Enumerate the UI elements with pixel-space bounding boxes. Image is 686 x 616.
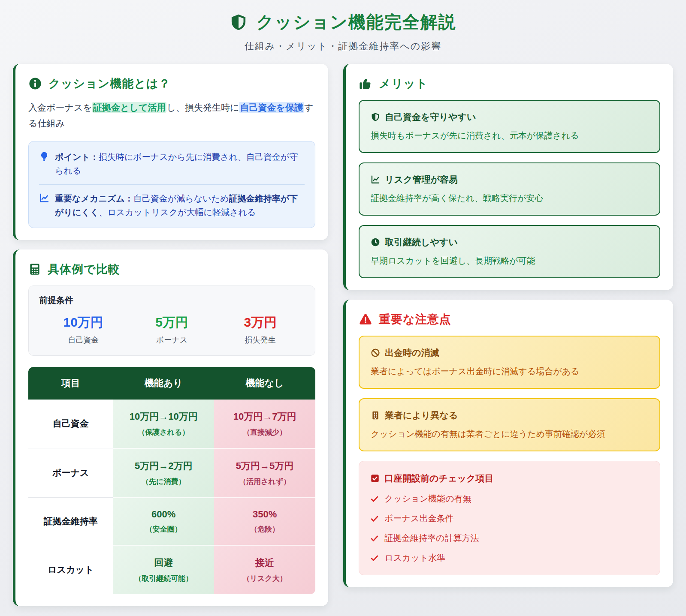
merit-description: 早期ロスカットを回避し、長期戦略が可能 <box>371 254 648 267</box>
calculator-icon <box>28 263 41 276</box>
merit-item-trade-continuity: 取引継続しやすい 早期ロスカットを回避し、長期戦略が可能 <box>359 225 660 278</box>
check-icon <box>370 495 379 503</box>
premise-value: 5万円 <box>127 314 216 331</box>
premise-label: 自己資金 <box>39 335 127 345</box>
cell-value: 10万円→10万円 <box>117 410 210 423</box>
square-check-icon <box>370 474 380 483</box>
table-header-row: 項目 機能あり 機能なし <box>28 367 315 400</box>
cell-note: （取引継続可能） <box>117 574 210 583</box>
pre-account-checklist: 口座開設前のチェック項目 クッション機能の有無 ボーナス出金条件 証拠金維持率の… <box>359 461 660 575</box>
checklist-item-label: クッション機能の有無 <box>384 493 471 505</box>
cell-value: 接近 <box>218 556 311 569</box>
caution-description: 業者によってはボーナス出金時に消滅する場合がある <box>371 365 648 378</box>
column-header-without-cushion: 機能なし <box>214 367 315 400</box>
checklist-title: 口座開設前のチェック項目 <box>384 472 493 484</box>
cell-without-cushion: 10万円→7万円 （直接減少） <box>214 400 315 448</box>
table-row: ボーナス 5万円→2万円 （先に消費） 5万円→5万円 （活用されず） <box>28 448 315 498</box>
caution-description: クッション機能の有無は業者ごとに違うため事前確認が必須 <box>371 427 648 440</box>
merit-description: 証拠金維持率が高く保たれ、戦略実行が安心 <box>371 192 648 204</box>
caution-item-withdrawal: 出金時の消滅 業者によってはボーナス出金時に消滅する場合がある <box>359 336 660 389</box>
table-row: ロスカット 回避 （取引継続可能） 接近 （リスク大） <box>28 545 315 594</box>
about-desc-highlight-green: 証拠金として活用 <box>92 102 166 113</box>
cell-note: （リスク大） <box>218 574 311 583</box>
cell-note: （直接減少） <box>218 427 311 437</box>
row-label: 証拠金維持率 <box>28 498 113 545</box>
mechanism-row: 重要なメカニズム：自己資金が減らないため証拠金維持率が下がりにくく、ロスカットリ… <box>39 192 305 219</box>
checklist-item-label: ボーナス出金条件 <box>384 513 453 524</box>
check-icon <box>370 554 379 562</box>
cell-value: 5万円→2万円 <box>117 460 210 472</box>
about-description: 入金ボーナスを証拠金として活用し、損失発生時に自己資金を保護する仕組み <box>28 100 315 132</box>
about-desc-part: 入金ボーナスを <box>28 102 92 112</box>
row-label: 自己資金 <box>28 400 113 448</box>
comparison-table: 項目 機能あり 機能なし 自己資金 10万円→10万円 （保護される） <box>28 367 315 594</box>
merit-item-risk-management: リスク管理が容易 証拠金維持率が高く保たれ、戦略実行が安心 <box>359 162 660 216</box>
merit-title: 取引継続しやすい <box>385 236 458 248</box>
checklist-item-label: ロスカット水準 <box>384 552 445 564</box>
about-card: クッション機能とは？ 入金ボーナスを証拠金として活用し、損失発生時に自己資金を保… <box>13 64 328 240</box>
column-header-with-cushion: 機能あり <box>113 367 214 400</box>
cautions-title: 重要な注意点 <box>379 312 451 327</box>
merits-title: メリット <box>379 76 428 91</box>
premise-item-own-funds: 10万円 自己資金 <box>39 314 127 345</box>
mechanism-post: 、ロスカットリスクが大幅に軽減される <box>99 207 256 217</box>
merits-card: メリット 自己資金を守りやすい 損失時もボーナスが先に消費され、元本が保護される <box>343 64 673 290</box>
thumbs-up-icon <box>359 77 372 90</box>
table-row: 自己資金 10万円→10万円 （保護される） 10万円→7万円 （直接減少） <box>28 400 315 448</box>
infographic-page: クッション機能完全解説 仕組み・メリット・証拠金維持率への影響 クッション機能と… <box>0 0 686 616</box>
checklist-item: ボーナス出金条件 <box>370 513 649 524</box>
info-circle-icon <box>28 77 42 90</box>
clock-icon <box>371 237 380 247</box>
premise-title: 前提条件 <box>39 294 305 306</box>
callout-divider <box>39 184 305 185</box>
point-text: ポイント：損失時にボーナスから先に消費され、自己資金が守られる <box>55 150 305 177</box>
premise-box: 前提条件 10万円 自己資金 5万円 ボーナス 3万円 損失発生 <box>28 285 315 356</box>
page-title: クッション機能完全解説 <box>256 10 456 34</box>
checklist-item: クッション機能の有無 <box>370 493 649 505</box>
cell-value: 10万円→7万円 <box>218 410 311 423</box>
checklist-item: 証拠金維持率の計算方法 <box>370 532 649 544</box>
caution-title: 業者により異なる <box>385 409 458 421</box>
premise-item-bonus: 5万円 ボーナス <box>127 314 216 345</box>
page-header: クッション機能完全解説 仕組み・メリット・証拠金維持率への影響 <box>13 10 673 53</box>
cell-with-cushion: 10万円→10万円 （保護される） <box>113 400 214 448</box>
cell-value: 5万円→5万円 <box>218 460 311 472</box>
about-desc-part: し、損失発生時に <box>166 102 239 112</box>
cell-without-cushion: 5万円→5万円 （活用されず） <box>214 448 315 498</box>
premise-label: ボーナス <box>127 335 216 345</box>
check-icon <box>370 534 379 543</box>
cell-without-cushion: 350% （危険） <box>214 498 315 545</box>
comparison-title: 具体例で比較 <box>48 261 120 277</box>
mechanism-label: 重要なメカニズム： <box>55 194 133 203</box>
merit-title: 自己資金を守りやすい <box>385 111 476 123</box>
right-column: メリット 自己資金を守りやすい 損失時もボーナスが先に消費され、元本が保護される <box>343 64 673 587</box>
about-desc-highlight-blue: 自己資金を保護 <box>239 102 304 113</box>
cell-with-cushion: 5万円→2万円 （先に消費） <box>113 448 214 498</box>
premise-value: 3万円 <box>216 314 305 331</box>
table-row: 証拠金維持率 600% （安全圏） 350% （危険） <box>28 498 315 545</box>
checklist-item-label: 証拠金維持率の計算方法 <box>384 532 479 544</box>
cell-value: 350% <box>218 509 311 520</box>
cell-note: （保護される） <box>117 427 210 437</box>
cell-note: （危険） <box>218 524 311 534</box>
cell-without-cushion: 接近 （リスク大） <box>214 545 315 594</box>
shield-half-icon <box>371 112 380 122</box>
ban-icon <box>371 348 380 358</box>
mechanism-text: 重要なメカニズム：自己資金が減らないため証拠金維持率が下がりにくく、ロスカットリ… <box>55 192 305 219</box>
merit-title: リスク管理が容易 <box>385 174 458 186</box>
premise-label: 損失発生 <box>216 335 305 345</box>
premise-item-loss: 3万円 損失発生 <box>216 314 305 345</box>
cell-note: （活用されず） <box>218 477 311 487</box>
chart-line-icon <box>371 175 380 184</box>
cell-with-cushion: 600% （安全圏） <box>113 498 214 545</box>
check-icon <box>370 514 379 523</box>
cell-with-cushion: 回避 （取引継続可能） <box>113 545 214 594</box>
building-icon <box>371 411 380 420</box>
points-callout: ポイント：損失時にボーナスから先に消費され、自己資金が守られる 重要なメカニズム… <box>28 141 315 228</box>
lightbulb-icon <box>39 151 49 177</box>
point-label: ポイント： <box>55 152 99 162</box>
caution-item-broker-difference: 業者により異なる クッション機能の有無は業者ごとに違うため事前確認が必須 <box>359 398 660 451</box>
merit-item-protect-funds: 自己資金を守りやすい 損失時もボーナスが先に消費され、元本が保護される <box>359 100 660 153</box>
point-row: ポイント：損失時にボーナスから先に消費され、自己資金が守られる <box>39 150 305 177</box>
cell-value: 600% <box>117 509 210 520</box>
